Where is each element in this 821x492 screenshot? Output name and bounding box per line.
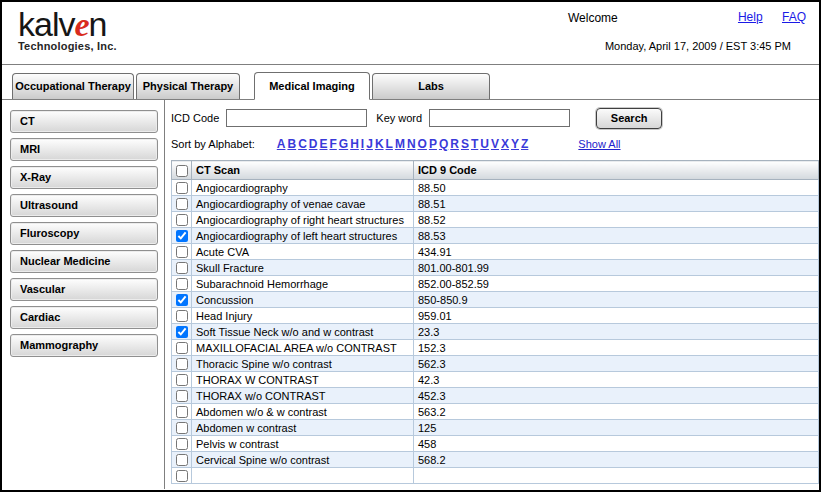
row-checkbox[interactable] bbox=[176, 214, 188, 226]
alphabet-link-H[interactable]: H bbox=[350, 137, 359, 151]
row-checkbox-cell bbox=[172, 404, 192, 420]
sidebar-item-ultrasound[interactable]: Ultrasound bbox=[10, 194, 158, 217]
table-row: Thoracic Spine w/o contrast562.3 bbox=[172, 356, 819, 372]
table-row: Angiocardiography of venae cavae88.51 bbox=[172, 196, 819, 212]
alphabet-link-Z[interactable]: Z bbox=[521, 137, 528, 151]
row-checkbox[interactable] bbox=[176, 470, 188, 482]
alphabet-link-C[interactable]: C bbox=[298, 137, 307, 151]
row-checkbox[interactable] bbox=[176, 310, 188, 322]
alphabet-link-K[interactable]: K bbox=[375, 137, 384, 151]
search-button[interactable]: Search bbox=[596, 108, 662, 129]
show-all-link[interactable]: Show All bbox=[578, 138, 620, 150]
tab-labs[interactable]: Labs bbox=[372, 73, 490, 99]
faq-link[interactable]: FAQ bbox=[782, 10, 806, 24]
sidebar-item-fluroscopy[interactable]: Fluroscopy bbox=[10, 222, 158, 245]
main-panel: ICD Code Key word Search Sort by Alphabe… bbox=[165, 100, 819, 489]
alphabet-link-L[interactable]: L bbox=[386, 137, 393, 151]
icd9-code-cell: 88.51 bbox=[414, 196, 819, 212]
row-checkbox-cell bbox=[172, 244, 192, 260]
alphabet-link-Q[interactable]: Q bbox=[439, 137, 448, 151]
row-checkbox[interactable] bbox=[176, 406, 188, 418]
table-row: Pelvis w contrast458 bbox=[172, 436, 819, 452]
row-checkbox[interactable] bbox=[176, 182, 188, 194]
alphabet-link-R[interactable]: R bbox=[450, 137, 459, 151]
logo-text-1: kalv bbox=[18, 5, 74, 43]
alphabet-link-P[interactable]: P bbox=[429, 137, 437, 151]
alphabet-link-X[interactable]: X bbox=[501, 137, 509, 151]
row-checkbox[interactable] bbox=[176, 278, 188, 290]
sort-row: Sort by Alphabet: ABCDEFGHIJKLMNOPQRSTUV… bbox=[171, 136, 819, 152]
row-checkbox[interactable] bbox=[176, 198, 188, 210]
tab-bar: Occupational TherapyPhysical TherapyMedi… bbox=[2, 65, 819, 100]
alphabet-link-T[interactable]: T bbox=[471, 137, 478, 151]
ct-scan-table: CT Scan ICD 9 Code Angiocardiography88.5… bbox=[171, 160, 819, 484]
help-link[interactable]: Help bbox=[738, 10, 763, 24]
icd9-code-cell: 23.3 bbox=[414, 324, 819, 340]
row-checkbox[interactable] bbox=[176, 358, 188, 370]
row-checkbox[interactable] bbox=[176, 454, 188, 466]
keyword-input[interactable] bbox=[429, 109, 570, 127]
alphabet-link-S[interactable]: S bbox=[461, 137, 469, 151]
sort-by-label: Sort by Alphabet: bbox=[171, 138, 255, 150]
row-checkbox-cell bbox=[172, 196, 192, 212]
ct-scan-name-cell: Pelvis w contrast bbox=[192, 436, 414, 452]
tab-occupational-therapy[interactable]: Occupational Therapy bbox=[12, 73, 134, 99]
row-checkbox[interactable] bbox=[176, 390, 188, 402]
icd9-code-cell: 125 bbox=[414, 420, 819, 436]
row-checkbox[interactable] bbox=[176, 438, 188, 450]
table-row: Abdomen w/o & w contrast563.2 bbox=[172, 404, 819, 420]
alphabet-link-B[interactable]: B bbox=[287, 137, 296, 151]
row-checkbox[interactable] bbox=[176, 246, 188, 258]
row-checkbox-cell bbox=[172, 340, 192, 356]
sidebar-item-mri[interactable]: MRI bbox=[10, 138, 158, 161]
alphabet-link-D[interactable]: D bbox=[309, 137, 318, 151]
row-checkbox-cell bbox=[172, 436, 192, 452]
ct-scan-name-cell: Angiocardiography of right heart structu… bbox=[192, 212, 414, 228]
alphabet-link-J[interactable]: J bbox=[366, 137, 373, 151]
sidebar-item-vascular[interactable]: Vascular bbox=[10, 278, 158, 301]
table-row: Angiocardiography of left heart structur… bbox=[172, 228, 819, 244]
sidebar-item-ct[interactable]: CT bbox=[10, 110, 158, 133]
ct-scan-name-cell: Abdomen w contrast bbox=[192, 420, 414, 436]
icd-code-input[interactable] bbox=[226, 109, 367, 127]
alphabet-link-A[interactable]: A bbox=[277, 137, 286, 151]
tab-medical-imaging[interactable]: Medical Imaging bbox=[254, 72, 370, 100]
table-row: THORAX w/o CONTRAST452.3 bbox=[172, 388, 819, 404]
alphabet-link-G[interactable]: G bbox=[339, 137, 348, 151]
sidebar-item-x-ray[interactable]: X-Ray bbox=[10, 166, 158, 189]
icd9-code-cell bbox=[414, 468, 819, 484]
select-all-checkbox[interactable] bbox=[176, 165, 188, 177]
table-row bbox=[172, 468, 819, 484]
sidebar-item-cardiac[interactable]: Cardiac bbox=[10, 306, 158, 329]
row-checkbox-cell bbox=[172, 212, 192, 228]
table-row: THORAX W CONTRAST42.3 bbox=[172, 372, 819, 388]
sidebar-item-nuclear-medicine[interactable]: Nuclear Medicine bbox=[10, 250, 158, 273]
row-checkbox-cell bbox=[172, 276, 192, 292]
alphabet-link-Y[interactable]: Y bbox=[511, 137, 519, 151]
row-checkbox[interactable] bbox=[176, 422, 188, 434]
tab-physical-therapy[interactable]: Physical Therapy bbox=[136, 73, 240, 99]
row-checkbox[interactable] bbox=[176, 342, 188, 354]
row-checkbox-cell bbox=[172, 468, 192, 484]
row-checkbox-cell bbox=[172, 308, 192, 324]
row-checkbox[interactable] bbox=[176, 326, 188, 338]
row-checkbox[interactable] bbox=[176, 374, 188, 386]
sidebar-item-mammography[interactable]: Mammography bbox=[10, 334, 158, 357]
ct-scan-name-cell: THORAX w/o CONTRAST bbox=[192, 388, 414, 404]
alphabet-link-I[interactable]: I bbox=[361, 137, 364, 151]
alphabet-link-U[interactable]: U bbox=[480, 137, 489, 151]
alphabet-link-V[interactable]: V bbox=[491, 137, 499, 151]
alphabet-link-E[interactable]: E bbox=[319, 137, 327, 151]
row-checkbox[interactable] bbox=[176, 230, 188, 242]
table-header-row: CT Scan ICD 9 Code bbox=[172, 161, 819, 180]
row-checkbox[interactable] bbox=[176, 294, 188, 306]
column-header-ct-scan: CT Scan bbox=[192, 161, 414, 180]
ct-scan-name-cell: Concussion bbox=[192, 292, 414, 308]
alphabet-link-O[interactable]: O bbox=[418, 137, 427, 151]
logo-subtitle: Technologies, Inc. bbox=[18, 40, 117, 52]
logo-accent-letter: e bbox=[74, 6, 88, 43]
row-checkbox[interactable] bbox=[176, 262, 188, 274]
alphabet-link-N[interactable]: N bbox=[407, 137, 416, 151]
alphabet-link-M[interactable]: M bbox=[395, 137, 405, 151]
alphabet-link-F[interactable]: F bbox=[329, 137, 336, 151]
